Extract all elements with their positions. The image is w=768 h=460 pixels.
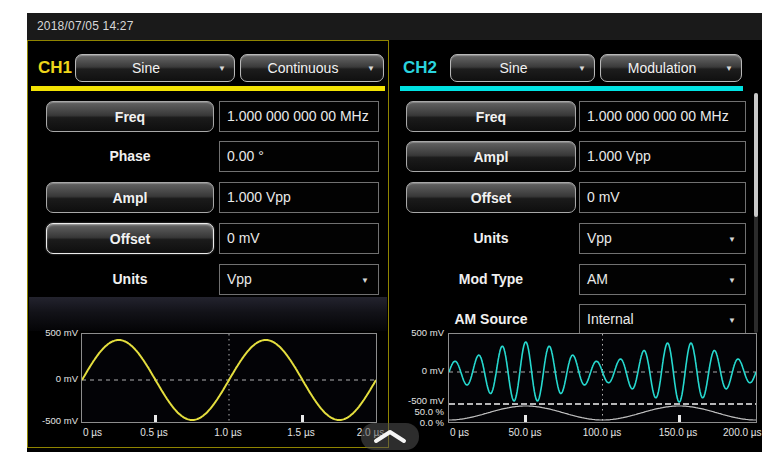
ch1-waveform-plot: [81, 333, 377, 423]
ch1-ampl-value[interactable]: 1.000 Vpp: [219, 182, 379, 213]
ch1-title: CH1: [36, 54, 74, 82]
ch1-phase-label: Phase: [46, 141, 214, 172]
ch2-ytick-500mv: 500 mV: [390, 327, 444, 339]
ch2-mode-dropdown[interactable]: Modulation ▼: [600, 54, 742, 82]
status-bar: 2018/07/05 14:27: [27, 13, 762, 40]
ch1-mode-value: Continuous: [241, 55, 365, 81]
ch1-ampl-button[interactable]: Ampl: [46, 182, 214, 213]
ch2-units-label: Units: [406, 223, 576, 254]
ch2-ampl-button[interactable]: Ampl: [406, 141, 576, 172]
ch2-ytick-0mv: 0 mV: [390, 365, 444, 377]
ch2-mode-value: Modulation: [601, 55, 723, 81]
ch1-ytick-0mv: 0 mV: [28, 373, 78, 385]
ch1-freq-value[interactable]: 1.000 000 000 00 MHz: [219, 101, 379, 132]
ch2-ampl-value[interactable]: 1.000 Vpp: [579, 141, 746, 172]
ch2-xtick-4: 200.0 µs: [723, 427, 762, 438]
ch2-xtick-3: 150.0 µs: [659, 427, 698, 438]
ch1-waveform-value: Sine: [76, 55, 216, 81]
ch2-scrollbar-thumb[interactable]: [754, 93, 758, 217]
chevron-up-icon: [361, 423, 419, 450]
chevron-down-icon: ▼: [367, 64, 375, 73]
screenshot-stage: 2018/07/05 14:27 CH1 Sine ▼ Continuous ▼…: [0, 0, 768, 460]
ch1-offset-button[interactable]: Offset: [46, 223, 214, 254]
ch2-accent-underline: [400, 86, 743, 91]
datetime-label: 2018/07/05 14:27: [37, 19, 134, 33]
ch2-waveform-plot: [448, 333, 757, 423]
chevron-down-icon: ▼: [728, 305, 736, 334]
ch2-waveform-value: Sine: [451, 55, 576, 81]
ch1-graph-backdrop: [29, 297, 387, 331]
ch1-tick-mark: [154, 415, 157, 422]
ch2-offset-button[interactable]: Offset: [406, 182, 576, 213]
ch2-modtype-dropdown[interactable]: AM ▼: [579, 264, 746, 295]
chevron-down-icon: ▼: [578, 64, 586, 73]
ch2-xtick-0: 0 µs: [450, 427, 469, 438]
ch2-xtick-1: 50.0 µs: [508, 427, 541, 438]
chevron-down-icon: ▼: [728, 265, 736, 294]
ch1-ytick-neg500mv: -500 mV: [28, 415, 78, 427]
ch2-amsource-value: Internal: [587, 311, 634, 327]
ch2-freq-value[interactable]: 1.000 000 000 00 MHz: [579, 101, 746, 132]
ch2-title: CH2: [400, 54, 440, 82]
ch1-xtick-1: 0.5 µs: [140, 427, 167, 438]
ch1-mode-dropdown[interactable]: Continuous ▼: [240, 54, 384, 82]
ch2-modtype-value: AM: [587, 271, 608, 287]
device-screen: 2018/07/05 14:27 CH1 Sine ▼ Continuous ▼…: [27, 13, 762, 452]
ch1-units-label: Units: [46, 264, 214, 295]
ch2-panel[interactable]: CH2 Sine ▼ Modulation ▼ Freq 1.000 000 0…: [389, 40, 762, 448]
ch2-xtick-2: 100.0 µs: [583, 427, 622, 438]
ch1-units-dropdown[interactable]: Vpp ▼: [219, 264, 379, 295]
ch1-waveform-dropdown[interactable]: Sine ▼: [75, 54, 235, 82]
ch2-offset-value[interactable]: 0 mV: [579, 182, 746, 213]
ch1-xtick-2: 1.0 µs: [214, 427, 241, 438]
ch1-waveform-svg: [82, 334, 376, 422]
ch1-panel[interactable]: CH1 Sine ▼ Continuous ▼ Freq 1.000 000 0…: [27, 40, 389, 448]
chevron-down-icon: ▼: [361, 265, 369, 294]
ch2-am-wave: [449, 342, 756, 402]
ch1-phase-value[interactable]: 0.00 °: [219, 141, 379, 172]
ch2-units-dropdown[interactable]: Vpp ▼: [579, 223, 746, 254]
ch2-tick-mark: [678, 415, 681, 422]
ch1-ytick-500mv: 500 mV: [28, 327, 78, 339]
ch2-amsource-dropdown[interactable]: Internal ▼: [579, 304, 746, 335]
ch1-units-value: Vpp: [227, 271, 252, 287]
chevron-down-icon: ▼: [728, 224, 736, 253]
chevron-down-icon: ▼: [725, 64, 733, 73]
chevron-down-icon: ▼: [218, 64, 226, 73]
ch1-accent-underline: [31, 86, 385, 91]
ch1-xtick-0: 0 µs: [83, 427, 102, 438]
ch2-modulation-envelope: [449, 406, 756, 420]
ch1-offset-value[interactable]: 0 mV: [219, 223, 379, 254]
collapse-button[interactable]: [361, 423, 419, 450]
ch1-freq-button[interactable]: Freq: [46, 101, 214, 132]
ch1-xtick-3: 1.5 µs: [287, 427, 314, 438]
ch2-freq-button[interactable]: Freq: [406, 101, 576, 132]
ch2-waveform-svg: [449, 334, 756, 422]
ch2-modtype-label: Mod Type: [406, 264, 576, 295]
ch2-waveform-dropdown[interactable]: Sine ▼: [450, 54, 595, 82]
ch1-tick-mark: [301, 415, 304, 422]
ch2-tick-mark: [524, 415, 527, 422]
ch2-units-value: Vpp: [587, 230, 612, 246]
